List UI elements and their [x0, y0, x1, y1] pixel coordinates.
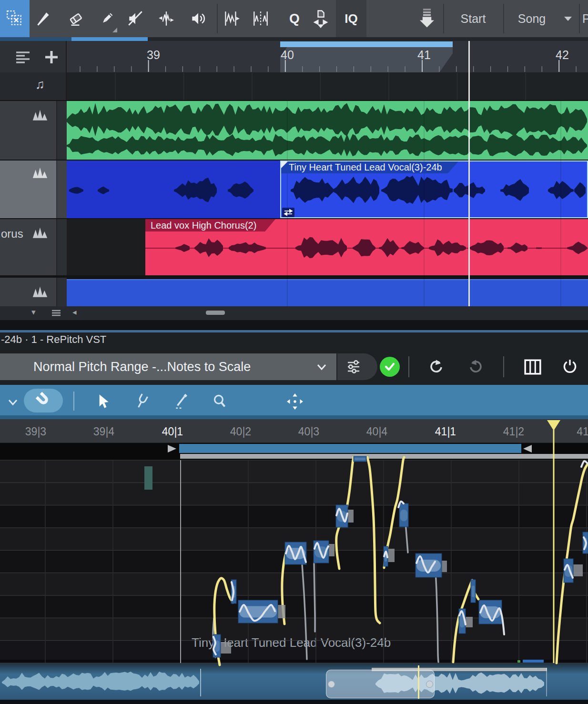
select-tool-icon[interactable] [6, 10, 24, 28]
overview-right-edge [546, 668, 547, 696]
waveform-track-icon [31, 285, 49, 298]
move-tool-icon[interactable] [286, 392, 304, 411]
pitch-ruler-label: 41| [563, 425, 588, 438]
window-handle-right[interactable] [426, 681, 433, 688]
marker-row-left-cell [0, 72, 67, 100]
add-track-icon[interactable] [43, 49, 60, 66]
overview-playhead[interactable] [418, 665, 419, 699]
pitch-row [0, 595, 588, 618]
window-handle-left[interactable] [328, 681, 335, 688]
toolbar-divider [217, 4, 218, 33]
track3-name-label: orus [1, 227, 23, 241]
redo-button[interactable] [466, 358, 485, 376]
macro-tool-icon[interactable] [311, 9, 330, 29]
knife-tool-icon[interactable] [34, 10, 52, 28]
pitch-toolbar-divider [73, 392, 74, 411]
power-button[interactable] [561, 358, 579, 376]
hscroll-thumb[interactable] [71, 37, 148, 41]
pitch-selection-strip[interactable] [180, 454, 588, 459]
lane-menu-icon[interactable] [51, 309, 61, 317]
pitch-ruler-label: 40|3 [287, 425, 330, 438]
track4-clip[interactable] [67, 279, 588, 306]
ruler-bar-number: 40 [273, 48, 302, 62]
pitch-row [0, 460, 588, 483]
waveform-track-icon [31, 226, 49, 239]
listen-tool-icon[interactable] [189, 10, 207, 28]
pencil-variant-corner [112, 28, 117, 32]
arrange-scroll-row [0, 306, 588, 320]
arrange-playhead[interactable] [468, 41, 470, 306]
pitch-applied-check-badge[interactable] [380, 357, 400, 377]
pitch-ruler-label: 40|2 [219, 425, 262, 438]
collapse-caret-icon[interactable]: ▾ [31, 307, 36, 317]
undo-button[interactable] [427, 358, 446, 376]
sliders-icon[interactable] [344, 358, 363, 375]
pitch-ruler-label: 40|4 [355, 425, 398, 438]
editor-clip-label: Tiny Heart Tuned Lead Vocal(3)-24b [192, 635, 391, 650]
waveform-track-icon [31, 108, 49, 121]
hscroll-track-left [0, 37, 71, 41]
track4-header-strip [56, 278, 67, 306]
clip-transform-icon[interactable] [282, 208, 294, 217]
pitch-ruler-label: 41|2 [492, 425, 535, 438]
pitch-row [0, 483, 588, 505]
chevron-down-icon[interactable] [315, 362, 328, 372]
ruler-bar-number: 41 [410, 48, 438, 62]
editor-bottom-strip [0, 660, 588, 663]
overview-bottom-edge [0, 700, 588, 704]
track2-clip-left[interactable] [67, 161, 280, 218]
loop-range-cap[interactable] [280, 41, 453, 47]
magnet-snap-icon[interactable] [35, 391, 53, 409]
track-list-icon[interactable] [14, 49, 31, 66]
quantize-tool-button[interactable]: Q [285, 0, 304, 37]
tab-song[interactable]: Song [504, 0, 559, 37]
clip2-fold-marker [281, 161, 288, 168]
daw-window: Q IQ Start Song P ♫ [0, 0, 588, 704]
pitch-row [0, 550, 588, 573]
zoom-tool-icon[interactable] [211, 392, 229, 411]
timestretch-range-tool-icon[interactable] [252, 10, 270, 28]
timestretch-tool-icon[interactable] [223, 10, 241, 28]
draw-tool-icon[interactable] [172, 392, 191, 411]
pitch-row [0, 573, 588, 596]
clip3-name-label: Lead vox High Chorus(2) [151, 220, 256, 231]
ruler-bar-number: 42 [548, 48, 577, 62]
clip2-name-label: Tiny Heart Tuned Lead Vocal(3)-24b [289, 162, 442, 173]
arrange-bottom-scroll-thumb[interactable] [206, 311, 225, 315]
waveform-track-icon [31, 166, 49, 179]
pitch-row [0, 528, 588, 551]
download-button[interactable] [417, 8, 437, 30]
scroll-left-icon[interactable]: ◂ [72, 307, 77, 317]
columns-view-button[interactable] [524, 358, 542, 376]
tab-start[interactable]: Start [444, 0, 502, 37]
ruler-bar-number: 39 [139, 48, 168, 62]
chevron-down-icon[interactable] [7, 398, 19, 407]
pitch-toolbar-bottom-strip [0, 415, 588, 419]
eraser-tool-icon[interactable] [67, 10, 85, 28]
pitch-row [0, 505, 588, 528]
bend-tool-icon[interactable] [157, 10, 175, 28]
toolbar-divider [579, 4, 580, 33]
tab-partial[interactable]: P [582, 0, 588, 37]
panel-sep [408, 356, 409, 377]
track1-header-strip [56, 101, 67, 160]
song-dropdown-caret-icon[interactable] [562, 14, 574, 23]
arrow-tool-icon[interactable] [93, 392, 112, 411]
tune-fork-tool-icon[interactable] [132, 392, 151, 411]
preset-dropdown-value[interactable]: Normal Pitch Range -...Notes to Scale [33, 353, 251, 380]
iq-toggle-button[interactable]: IQ [336, 0, 366, 37]
track1-clip[interactable] [67, 101, 588, 160]
panel-sep [503, 356, 504, 377]
pitch-loop-bar[interactable] [179, 444, 521, 453]
plugin-title: -24b · 1 - RePitch VST [1, 333, 106, 346]
track3-header-strip [56, 219, 67, 275]
track2-header-strip [56, 161, 67, 218]
pencil-tool-icon[interactable] [98, 10, 116, 28]
music-note-icon[interactable]: ♫ [35, 77, 45, 92]
mute-tool-icon[interactable] [127, 10, 145, 28]
pitch-ruler-label: 41|1 [424, 425, 467, 438]
pitch-ruler-label: 40|1 [151, 425, 194, 438]
panel-divider[interactable] [0, 320, 588, 330]
pitch-ruler-label: 39|4 [82, 425, 125, 438]
marker-row [0, 72, 588, 100]
